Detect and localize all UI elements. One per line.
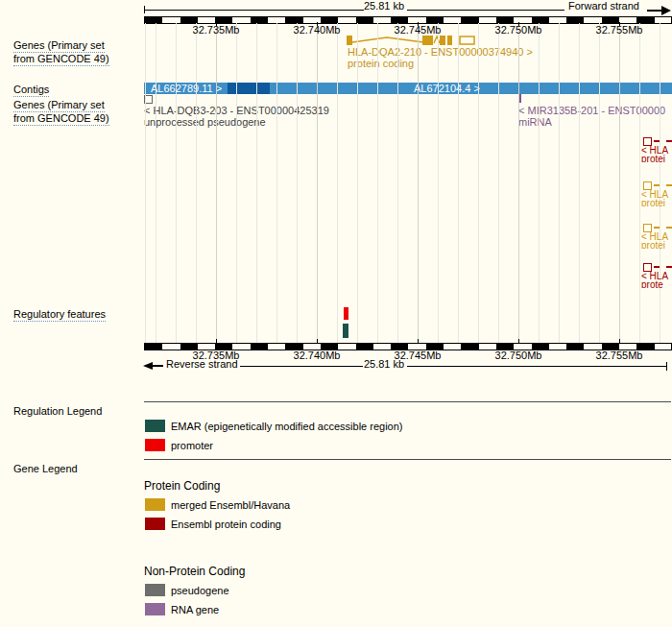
ruler-bottom-end-tick [666,362,667,371]
track-label-genes-reverse-line2: from GENCODE 49) [13,112,109,126]
regulation-legend-item-swatch [145,439,165,451]
gene-legend-nonprotein-item-label: pseudogene [171,585,229,596]
gridline-minor [559,23,560,343]
gridline-minor [357,23,358,343]
gridline-minor [236,23,237,343]
exon-block[interactable] [440,36,445,45]
gridline-minor [438,23,439,343]
gridline-minor [156,23,156,343]
gridline-minor [256,23,257,343]
regulation-legend-item-label: promoter [171,440,213,451]
exon-block[interactable] [447,36,452,45]
tick-label-top: 32.740Mb [278,24,355,36]
tick-label-bottom: 32.745Mb [379,350,456,361]
gene-glyph-clipped-dashes [654,140,672,142]
gene-name-clipped[interactable]: < HLA [641,271,672,279]
track-label-genes-forward[interactable]: Genes (Primary set from GENCODE 49) [13,39,109,66]
non-protein-coding-section-title: Non-Protein Coding [144,565,245,578]
ruler-bottom-line-right [407,366,666,367]
gene-legend-protein-item-label: Ensembl protein coding [171,518,281,530]
gene-name-mir3135b[interactable]: < MIR3135B-201 - ENST00000 [518,105,672,116]
tick-label-bottom: 32.740Mb [278,350,355,361]
tick-label-bottom: 32.755Mb [581,350,658,361]
gene-biotype-hla-dqb3: unprocessed pseudogene [144,116,266,128]
intron-line [352,37,423,42]
regulatory-feature-emar[interactable] [343,324,348,338]
gridline-minor [176,23,177,343]
gridline-major [216,23,217,343]
gridline-minor [660,23,660,343]
gridline-minor [639,23,640,343]
intron-chevron [434,36,440,43]
contig-bar[interactable]: AL662789.11 > AL672104.4 > [144,83,672,94]
scalebar-bottom-tick [216,339,217,343]
gene-glyph-clipped-dashes [654,266,672,268]
gene-glyph-clipped-dashes [654,184,672,186]
ruler-top-line-left [145,10,364,11]
gene-biotype-mir3135b: miRNA [518,116,552,128]
track-label-contigs[interactable]: Contigs [13,84,49,97]
gridline-minor [458,23,459,343]
exon-block[interactable] [347,36,352,45]
gene-name-clipped[interactable]: < HLA [641,145,672,154]
gene-legend-protein-item-swatch [145,518,165,530]
exon-block[interactable] [422,36,433,45]
reverse-strand-arrow-tail [152,365,163,367]
gene-name-clipped[interactable]: < HLA [641,189,672,198]
protein-coding-section-title: Protein Coding [144,479,220,493]
forward-strand-arrow-icon [661,6,671,15]
track-label-genes-reverse[interactable]: Genes (Primary set from GENCODE 49) [13,99,109,126]
tick-label-top: 32.735Mb [178,24,254,36]
gridline-minor [145,23,146,343]
gene-legend-protein-item-label: merged Ensembl/Havana [171,499,290,511]
genome-browser-region-view: 25.81 kb Forward strand Genes (Primary s… [0,0,672,627]
track-label-regulatory-text: Regulatory features [13,308,106,322]
gridline-major [518,23,519,343]
scalebar-bottom-tick [518,339,519,343]
regulation-legend-item-label: EMAR (epigenetically modified accessible… [171,421,403,432]
gene-biotype-clipped: prote [641,279,672,288]
tick-label-bottom: 32.750Mb [480,350,557,361]
contig-label-al672104[interactable]: AL672104.4 > [414,83,480,94]
gene-name-hla-dqa2[interactable]: HLA-DQA2-210 - ENST00000374940 > [348,46,533,58]
gridline-major [317,23,318,343]
gene-glyph-clipped-dashes [654,227,672,229]
gene-name-clipped[interactable]: < HLA [641,231,672,240]
gridline-minor [337,23,338,343]
gridline-major [619,23,620,343]
gridline-minor [377,23,378,343]
scalebar-bottom-tick [619,339,620,343]
gridline-minor [478,23,479,343]
gene-legend-protein-item-swatch [145,498,165,511]
gene-legend-nonprotein-item-label: RNA gene [171,604,219,615]
scalebar-bottom-tick [418,339,419,343]
gridline-major [418,23,419,343]
track-label-regulatory-features[interactable]: Regulatory features [13,308,106,322]
track-label-genes-reverse-line1: Genes (Primary set [13,99,105,112]
regulation-legend-item-swatch [145,420,165,432]
track-label-genes-forward-line2: from GENCODE 49) [13,53,109,66]
gridline-minor [397,23,398,343]
contig-segment-dark[interactable] [228,83,270,94]
gridline-minor [539,23,540,343]
scalebar-bottom-tick [317,339,318,343]
contig-label-al662789[interactable]: AL662789.11 > [151,83,222,94]
track-label-genes-forward-line1: Genes (Primary set [13,39,105,53]
regulatory-feature-promoter[interactable] [344,307,348,320]
scalebar-top [144,16,672,24]
gridline-minor [297,23,298,343]
gridline-minor [498,23,499,343]
gene-legend-title: Gene Legend [13,463,78,474]
ruler-top-line-right [407,10,564,11]
tick-label-top: 32.750Mb [480,24,557,36]
forward-strand-label: Forward strand [568,0,639,12]
gene-biotype-clipped: protei [641,240,672,249]
tick-label-top: 32.755Mb [581,24,658,36]
gridline-minor [276,23,277,343]
utr-block[interactable] [460,36,474,44]
separator-line [144,459,671,460]
gene-biotype-clipped: protei [641,154,672,162]
gene-legend-nonprotein-item-swatch [145,603,165,615]
gridline-minor [599,23,600,343]
tick-label-top: 32.745Mb [379,24,456,36]
